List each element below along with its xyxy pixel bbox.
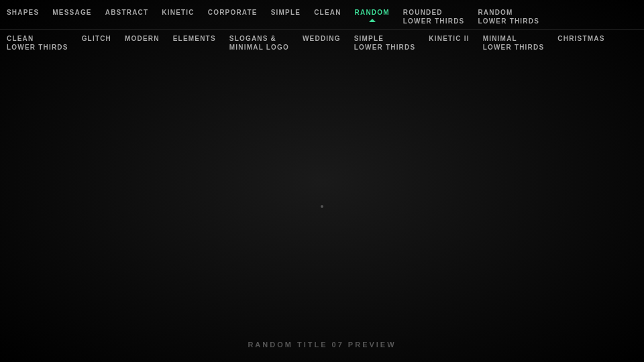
- nav-item-kinetic-ii[interactable]: KINETIC II: [422, 32, 476, 47]
- nav-item-glitch[interactable]: GLITCH: [75, 32, 118, 47]
- preview-label: RANDOM TITLE 07 PREVIEW: [248, 341, 396, 349]
- nav-item-rounded-lower-thirds[interactable]: ROUNDEDLOWER THIRDS: [396, 5, 472, 29]
- nav-item-random-lower-thirds[interactable]: RANDOMLOWER THIRDS: [471, 5, 546, 29]
- nav-item-modern[interactable]: MODERN: [118, 32, 166, 47]
- nav-item-slogans-minimal-logo[interactable]: SLOGANS &MINIMAL LOGO: [223, 32, 296, 56]
- nav-item-wedding[interactable]: WEDDING: [296, 32, 347, 47]
- nav-row-1: SHAPESMESSAGEABSTRACTKINETICCORPORATESIM…: [0, 5, 644, 29]
- main-content: [0, 56, 644, 357]
- nav-item-corporate[interactable]: CORPORATE: [201, 5, 264, 21]
- nav-item-christmas[interactable]: CHRISTMAS: [551, 32, 611, 47]
- nav-item-simple[interactable]: SIMPLE: [264, 5, 307, 21]
- nav-item-minimal-lower-thirds[interactable]: MINIMALLOWER THIRDS: [476, 32, 551, 56]
- active-indicator: [369, 19, 376, 22]
- nav-item-clean-lower-thirds[interactable]: CLEANLOWER THIRDS: [0, 32, 75, 56]
- nav-container: SHAPESMESSAGEABSTRACTKINETICCORPORATESIM…: [0, 0, 644, 56]
- nav-item-message[interactable]: MESSAGE: [46, 5, 98, 21]
- nav-item-simple-lower-thirds[interactable]: SIMPLELOWER THIRDS: [347, 32, 423, 56]
- nav-item-random[interactable]: RANDOM: [348, 5, 396, 21]
- nav-item-elements[interactable]: ELEMENTS: [166, 32, 223, 47]
- center-dot: [321, 205, 323, 208]
- nav-item-abstract[interactable]: ABSTRACT: [99, 5, 156, 21]
- nav-item-shapes[interactable]: SHAPES: [0, 5, 46, 21]
- nav-item-kinetic[interactable]: KINETIC: [155, 5, 201, 21]
- app-container: SHAPESMESSAGEABSTRACTKINETICCORPORATESIM…: [0, 0, 644, 362]
- nav-divider: [0, 29, 644, 30]
- nav-row-2: CLEANLOWER THIRDSGLITCHMODERNELEMENTSSLO…: [0, 32, 644, 56]
- nav-item-clean[interactable]: CLEAN: [307, 5, 347, 21]
